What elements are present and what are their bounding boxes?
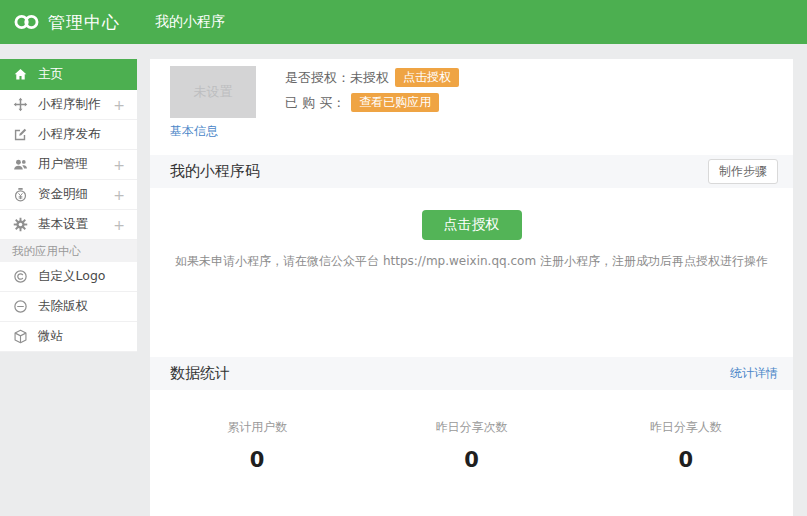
money-icon <box>12 187 28 203</box>
qrcode-section-title: 我的小程序码 <box>170 162 260 181</box>
avatar-placeholder: 未设置 <box>170 66 256 118</box>
sidebar-item-miniprogram-publish[interactable]: 小程序发布 <box>0 120 137 150</box>
move-icon <box>12 97 28 113</box>
click-authorize-button[interactable]: 点击授权 <box>395 68 459 87</box>
users-icon <box>12 157 28 173</box>
auth-lines: 是否授权：未授权 点击授权 已 购 买： 查看已购应用 <box>285 68 459 112</box>
sidebar-section-app-center: 我的应用中心 <box>0 240 137 262</box>
main-content: 未设置 基本信息 是否授权：未授权 点击授权 已 购 买： 查看已购应用 我的小… <box>150 59 793 516</box>
qrcode-section-header: 我的小程序码 制作步骤 <box>150 155 793 188</box>
stat-value: 0 <box>364 448 578 472</box>
topbar: 管理中心 我的小程序 <box>0 0 807 44</box>
cube-icon <box>12 329 28 345</box>
sidebar-item-label: 资金明细 <box>38 186 88 203</box>
copyright-icon <box>12 269 28 285</box>
sidebar-item-label: 小程序发布 <box>38 126 101 143</box>
sidebar-item-label: 主页 <box>38 66 63 83</box>
sidebar-item-label: 小程序制作 <box>38 96 101 113</box>
brand-logo-icon <box>13 13 40 31</box>
making-steps-button[interactable]: 制作步骤 <box>708 159 778 184</box>
topbar-nav-my-miniprogram[interactable]: 我的小程序 <box>155 13 225 31</box>
profile-strip: 未设置 基本信息 是否授权：未授权 点击授权 已 购 买： 查看已购应用 <box>150 59 793 155</box>
purchased-line: 已 购 买： 查看已购应用 <box>285 93 459 112</box>
view-purchased-apps-button[interactable]: 查看已购应用 <box>351 93 439 112</box>
stat-yesterday-sharers: 昨日分享人数 0 <box>579 419 793 472</box>
stat-value: 0 <box>579 448 793 472</box>
stats-row: 累计用户数 0 昨日分享次数 0 昨日分享人数 0 <box>150 390 793 472</box>
sidebar-item-user-management[interactable]: 用户管理 + <box>0 150 137 180</box>
expand-plus-icon: + <box>113 218 125 232</box>
stat-yesterday-shares: 昨日分享次数 0 <box>364 419 578 472</box>
stat-label: 昨日分享人数 <box>579 419 793 436</box>
sidebar-item-label: 自定义Logo <box>38 268 105 285</box>
stat-label: 累计用户数 <box>150 419 364 436</box>
sidebar-item-micro-site[interactable]: 微站 <box>0 322 137 352</box>
stat-total-users: 累计用户数 0 <box>150 419 364 472</box>
brand: 管理中心 <box>0 11 155 34</box>
sidebar-item-label: 微站 <box>38 328 63 345</box>
edit-icon <box>12 127 28 143</box>
circle-minus-icon <box>12 299 28 315</box>
basic-info-link[interactable]: 基本信息 <box>170 123 218 140</box>
sidebar-item-miniprogram-create[interactable]: 小程序制作 + <box>0 90 137 120</box>
expand-plus-icon: + <box>113 188 125 202</box>
brand-title: 管理中心 <box>48 11 120 34</box>
gear-icon <box>12 217 28 233</box>
auth-status-line: 是否授权：未授权 点击授权 <box>285 68 459 87</box>
qrcode-section-body: 点击授权 如果未申请小程序，请在微信公众平台 https://mp.weixin… <box>150 188 793 357</box>
expand-plus-icon: + <box>113 158 125 172</box>
stats-section-header: 数据统计 统计详情 <box>150 357 793 390</box>
sidebar: 主页 小程序制作 + 小程序发布 用户管理 + 资金明细 + 基本设置 + <box>0 59 137 352</box>
stats-section-title: 数据统计 <box>170 364 230 383</box>
authorize-button[interactable]: 点击授权 <box>422 210 522 240</box>
stat-label: 昨日分享次数 <box>364 419 578 436</box>
authorize-hint-text: 如果未申请小程序，请在微信公众平台 https://mp.weixin.qq.c… <box>150 253 793 270</box>
stats-details-link[interactable]: 统计详情 <box>730 365 778 382</box>
stat-value: 0 <box>150 448 364 472</box>
sidebar-item-custom-logo[interactable]: 自定义Logo <box>0 262 137 292</box>
sidebar-item-home[interactable]: 主页 <box>0 59 137 90</box>
sidebar-item-label: 用户管理 <box>38 156 88 173</box>
auth-status-label: 是否授权：未授权 <box>285 69 389 87</box>
sidebar-item-funds-detail[interactable]: 资金明细 + <box>0 180 137 210</box>
home-icon <box>12 67 28 83</box>
expand-plus-icon: + <box>113 98 125 112</box>
sidebar-item-remove-copyright[interactable]: 去除版权 <box>0 292 137 322</box>
sidebar-item-basic-settings[interactable]: 基本设置 + <box>0 210 137 240</box>
purchased-label: 已 购 买： <box>285 94 345 112</box>
sidebar-item-label: 基本设置 <box>38 216 88 233</box>
sidebar-item-label: 去除版权 <box>38 298 88 315</box>
